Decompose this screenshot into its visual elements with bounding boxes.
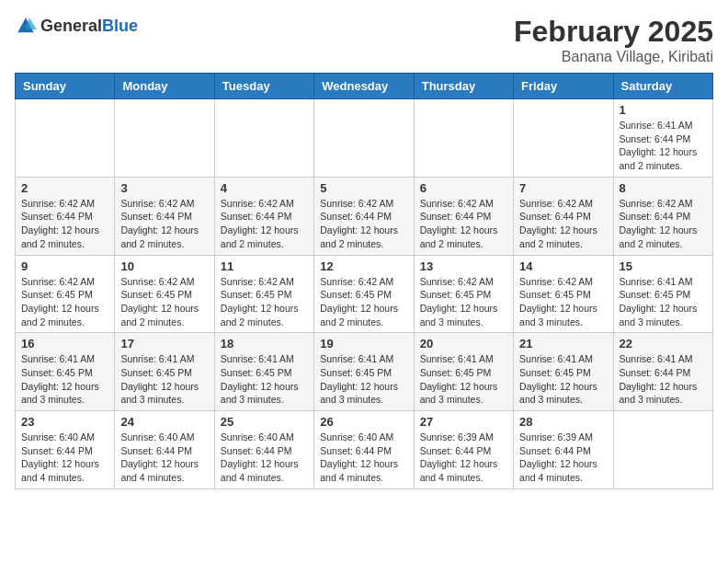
calendar-cell: 23Sunrise: 6:40 AM Sunset: 6:44 PM Dayli… (16, 411, 115, 489)
calendar-cell: 12Sunrise: 6:42 AM Sunset: 6:45 PM Dayli… (314, 255, 414, 333)
calendar-week-5: 23Sunrise: 6:40 AM Sunset: 6:44 PM Dayli… (16, 411, 713, 489)
calendar-week-1: 1Sunrise: 6:41 AM Sunset: 6:44 PM Daylig… (16, 99, 713, 178)
calendar-cell: 15Sunrise: 6:41 AM Sunset: 6:45 PM Dayli… (613, 255, 712, 333)
day-info: Sunrise: 6:40 AM Sunset: 6:44 PM Dayligh… (120, 431, 208, 485)
day-number: 14 (519, 259, 607, 273)
day-info: Sunrise: 6:42 AM Sunset: 6:44 PM Dayligh… (221, 197, 308, 251)
calendar-cell: 19Sunrise: 6:41 AM Sunset: 6:45 PM Dayli… (314, 333, 414, 411)
day-number: 7 (519, 181, 607, 195)
day-number: 19 (320, 337, 407, 350)
calendar-cell (314, 99, 414, 178)
calendar-cell: 14Sunrise: 6:42 AM Sunset: 6:45 PM Dayli… (514, 255, 613, 333)
day-number: 24 (120, 415, 208, 429)
calendar-cell: 24Sunrise: 6:40 AM Sunset: 6:44 PM Dayli… (115, 411, 214, 489)
logo-icon (15, 15, 37, 37)
day-info: Sunrise: 6:42 AM Sunset: 6:44 PM Dayligh… (21, 197, 108, 251)
day-number: 26 (320, 415, 407, 429)
calendar-cell: 22Sunrise: 6:41 AM Sunset: 6:44 PM Dayli… (613, 333, 712, 411)
calendar-cell (16, 99, 115, 178)
day-info: Sunrise: 6:42 AM Sunset: 6:44 PM Dayligh… (420, 197, 507, 251)
day-number: 23 (21, 415, 108, 429)
calendar-cell: 11Sunrise: 6:42 AM Sunset: 6:45 PM Dayli… (214, 255, 313, 333)
day-info: Sunrise: 6:42 AM Sunset: 6:45 PM Dayligh… (420, 275, 507, 329)
day-number: 15 (620, 259, 707, 273)
day-number: 22 (620, 337, 707, 350)
day-info: Sunrise: 6:39 AM Sunset: 6:44 PM Dayligh… (519, 431, 607, 485)
calendar-cell: 6Sunrise: 6:42 AM Sunset: 6:44 PM Daylig… (414, 177, 513, 255)
calendar-cell: 5Sunrise: 6:42 AM Sunset: 6:44 PM Daylig… (314, 177, 414, 255)
calendar-cell: 21Sunrise: 6:41 AM Sunset: 6:45 PM Dayli… (514, 333, 613, 411)
day-number: 3 (120, 181, 208, 195)
calendar-cell: 20Sunrise: 6:41 AM Sunset: 6:45 PM Dayli… (414, 333, 513, 411)
weekday-header-thursday: Thursday (414, 74, 513, 99)
calendar-cell: 16Sunrise: 6:41 AM Sunset: 6:45 PM Dayli… (16, 333, 115, 411)
calendar-cell (115, 99, 214, 178)
day-number: 2 (21, 181, 108, 195)
day-number: 27 (420, 415, 507, 429)
calendar-cell: 27Sunrise: 6:39 AM Sunset: 6:44 PM Dayli… (414, 411, 513, 489)
day-number: 5 (320, 181, 407, 195)
calendar-subtitle: Banana Village, Kiribati (514, 49, 713, 65)
day-number: 10 (120, 259, 208, 273)
day-info: Sunrise: 6:41 AM Sunset: 6:45 PM Dayligh… (320, 352, 407, 407)
day-info: Sunrise: 6:41 AM Sunset: 6:45 PM Dayligh… (620, 275, 707, 329)
calendar-table: SundayMondayTuesdayWednesdayThursdayFrid… (15, 73, 713, 489)
day-number: 11 (221, 259, 308, 273)
calendar-cell: 13Sunrise: 6:42 AM Sunset: 6:45 PM Dayli… (414, 255, 513, 333)
calendar-cell: 3Sunrise: 6:42 AM Sunset: 6:44 PM Daylig… (115, 177, 214, 255)
day-number: 28 (519, 415, 607, 429)
calendar-week-4: 16Sunrise: 6:41 AM Sunset: 6:45 PM Dayli… (16, 333, 713, 411)
day-info: Sunrise: 6:42 AM Sunset: 6:45 PM Dayligh… (320, 275, 407, 329)
calendar-cell: 26Sunrise: 6:40 AM Sunset: 6:44 PM Dayli… (314, 411, 414, 489)
day-info: Sunrise: 6:42 AM Sunset: 6:44 PM Dayligh… (519, 197, 607, 251)
day-info: Sunrise: 6:41 AM Sunset: 6:45 PM Dayligh… (420, 352, 507, 407)
page-header: GeneralBlue February 2025 Banana Village… (15, 15, 713, 65)
calendar-cell: 25Sunrise: 6:40 AM Sunset: 6:44 PM Dayli… (214, 411, 313, 489)
weekday-header-row: SundayMondayTuesdayWednesdayThursdayFrid… (16, 74, 713, 99)
day-number: 4 (221, 181, 308, 195)
calendar-cell: 9Sunrise: 6:42 AM Sunset: 6:45 PM Daylig… (16, 255, 115, 333)
day-info: Sunrise: 6:41 AM Sunset: 6:45 PM Dayligh… (221, 352, 308, 407)
calendar-cell: 2Sunrise: 6:42 AM Sunset: 6:44 PM Daylig… (16, 177, 115, 255)
day-number: 6 (420, 181, 507, 195)
logo: GeneralBlue (15, 15, 138, 37)
weekday-header-monday: Monday (115, 74, 214, 99)
day-info: Sunrise: 6:42 AM Sunset: 6:45 PM Dayligh… (221, 275, 308, 329)
calendar-cell: 7Sunrise: 6:42 AM Sunset: 6:44 PM Daylig… (514, 177, 613, 255)
day-info: Sunrise: 6:41 AM Sunset: 6:44 PM Dayligh… (620, 119, 707, 173)
day-info: Sunrise: 6:41 AM Sunset: 6:45 PM Dayligh… (120, 352, 208, 407)
day-info: Sunrise: 6:41 AM Sunset: 6:44 PM Dayligh… (620, 352, 707, 407)
calendar-cell (414, 99, 513, 178)
calendar-cell: 4Sunrise: 6:42 AM Sunset: 6:44 PM Daylig… (214, 177, 313, 255)
calendar-title: February 2025 (514, 15, 713, 49)
day-number: 8 (620, 181, 707, 195)
weekday-header-wednesday: Wednesday (314, 74, 414, 99)
day-number: 16 (21, 337, 108, 350)
day-number: 18 (221, 337, 308, 350)
calendar-cell: 1Sunrise: 6:41 AM Sunset: 6:44 PM Daylig… (613, 99, 712, 178)
day-number: 20 (420, 337, 507, 350)
calendar-cell: 8Sunrise: 6:42 AM Sunset: 6:44 PM Daylig… (613, 177, 712, 255)
day-info: Sunrise: 6:42 AM Sunset: 6:45 PM Dayligh… (120, 275, 208, 329)
calendar-week-3: 9Sunrise: 6:42 AM Sunset: 6:45 PM Daylig… (16, 255, 713, 333)
weekday-header-sunday: Sunday (16, 74, 115, 99)
logo-general: General (40, 17, 102, 35)
day-info: Sunrise: 6:42 AM Sunset: 6:44 PM Dayligh… (320, 197, 407, 251)
logo-blue: Blue (102, 17, 138, 35)
calendar-cell: 17Sunrise: 6:41 AM Sunset: 6:45 PM Dayli… (115, 333, 214, 411)
calendar-cell (514, 99, 613, 178)
day-info: Sunrise: 6:41 AM Sunset: 6:45 PM Dayligh… (519, 352, 607, 407)
day-info: Sunrise: 6:42 AM Sunset: 6:45 PM Dayligh… (519, 275, 607, 329)
title-block: February 2025 Banana Village, Kiribati (514, 15, 713, 65)
day-info: Sunrise: 6:42 AM Sunset: 6:44 PM Dayligh… (620, 197, 707, 251)
calendar-week-2: 2Sunrise: 6:42 AM Sunset: 6:44 PM Daylig… (16, 177, 713, 255)
weekday-header-tuesday: Tuesday (214, 74, 313, 99)
calendar-cell: 28Sunrise: 6:39 AM Sunset: 6:44 PM Dayli… (514, 411, 613, 489)
calendar-cell (214, 99, 313, 178)
day-number: 1 (620, 103, 707, 117)
day-info: Sunrise: 6:40 AM Sunset: 6:44 PM Dayligh… (320, 431, 407, 485)
day-number: 12 (320, 259, 407, 273)
day-number: 21 (519, 337, 607, 350)
day-info: Sunrise: 6:40 AM Sunset: 6:44 PM Dayligh… (21, 431, 108, 485)
day-info: Sunrise: 6:42 AM Sunset: 6:44 PM Dayligh… (120, 197, 208, 251)
